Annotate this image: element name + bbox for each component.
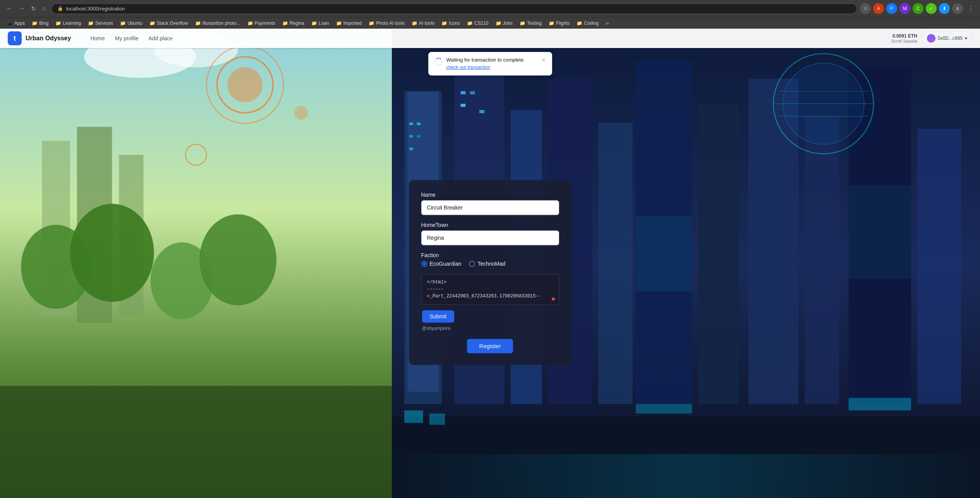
bookmark-apps[interactable]: 📱 Apps	[4, 20, 28, 27]
toast-close-button[interactable]: ×	[542, 57, 545, 63]
faction-ecoguardian-radio[interactable]	[421, 261, 427, 267]
cs110-icon: 📁	[467, 21, 473, 26]
bookmark-jobs-label: Jobs	[503, 21, 513, 26]
bookmark-ai-tools-label: AI tools	[419, 21, 434, 26]
faction-ecoguardian-option[interactable]: EcoGuardian	[421, 261, 462, 267]
svg-rect-24	[699, 104, 739, 404]
page-content: t Urban Odyssey Home My profile Add plac…	[0, 29, 980, 498]
bookmark-ai-tools[interactable]: 📁 AI tools	[408, 20, 438, 27]
bookmark-coding-label: Coding	[584, 21, 599, 26]
extension-icon-6[interactable]: ⬇	[939, 3, 950, 14]
bookmark-bing[interactable]: 📁 Bing	[29, 20, 51, 27]
hometown-input[interactable]	[421, 230, 559, 245]
menu-button[interactable]: ⋮	[965, 3, 976, 14]
address-bar[interactable]: 🔒 localhost:3000/registration	[51, 3, 857, 14]
bookmark-illustartion[interactable]: 📁 Illustartion photo...	[192, 20, 244, 27]
bookmark-ubuntu[interactable]: 📁 Ubuntu	[117, 20, 146, 27]
code-status-dot	[552, 297, 555, 301]
svg-rect-39	[849, 185, 911, 279]
forward-button[interactable]: →	[16, 3, 27, 14]
back-button[interactable]: ←	[4, 3, 15, 14]
bookmark-stackoverflow-label: Stack Overflow	[157, 21, 188, 26]
nav-home[interactable]: Home	[86, 33, 108, 44]
bookmark-regina-label: Regina	[290, 21, 304, 26]
star-icon[interactable]: ☆	[860, 3, 871, 14]
bookmark-payments-label: Payments	[255, 21, 275, 26]
bookmark-services[interactable]: 📁 Services	[85, 20, 116, 27]
stackoverflow-icon: 📁	[149, 21, 155, 26]
faction-technomad-label: TechnoMad	[477, 261, 505, 267]
bookmark-regina[interactable]: 📁 Regina	[279, 20, 307, 27]
submit-button[interactable]: Submit	[422, 310, 455, 323]
bookmark-imported[interactable]: 📁 Imported	[333, 20, 365, 27]
svg-rect-38	[636, 216, 692, 292]
bookmark-loan[interactable]: 📁 Loan	[308, 20, 332, 27]
bookmark-icons[interactable]: 📁 Icons	[438, 20, 463, 27]
bookmarks-bar: 📱 Apps 📁 Bing 📁 Learning 📁 Services 📁 Ub…	[0, 17, 980, 29]
nav-my-profile[interactable]: My profile	[111, 33, 142, 44]
wallet-address: 0x0D...c995	[938, 36, 963, 41]
eth-network: Scroll Sepolia	[891, 39, 917, 43]
extension-icon-1[interactable]: A	[873, 3, 884, 14]
browser-actions: ☆ A P M C ✓ ⬇ ≡ ⋮	[860, 3, 976, 14]
bookmark-cs110[interactable]: 📁 CS110	[464, 20, 492, 27]
home-button[interactable]: ⌂	[40, 3, 48, 14]
bookmark-jobs[interactable]: 📁 Jobs	[493, 20, 516, 27]
faction-technomad-option[interactable]: TechnoMad	[469, 261, 505, 267]
bookmark-services-label: Services	[95, 21, 113, 26]
ai-tools-icon: 📁	[412, 21, 417, 26]
code-content: </html> ------ =_Part_22442003_672343263…	[427, 279, 553, 300]
bookmark-stackoverflow[interactable]: 📁 Stack Overflow	[146, 20, 191, 27]
bookmark-payments[interactable]: 📁 Payments	[244, 20, 278, 27]
extension-icon-4[interactable]: C	[913, 3, 923, 14]
toast-title: Waiting for transaction to complete.	[446, 57, 538, 63]
extension-icon-3[interactable]: M	[899, 3, 910, 14]
toast-link[interactable]: check out transaction	[446, 65, 490, 70]
bookmark-flights[interactable]: 📁 Flights	[546, 20, 573, 27]
jobs-icon: 📁	[496, 21, 501, 26]
nav-add-place[interactable]: Add place	[144, 33, 176, 44]
background-left	[0, 29, 392, 498]
nav-buttons: ← → ↻ ⌂	[4, 3, 48, 14]
app-header: t Urban Odyssey Home My profile Add plac…	[0, 29, 980, 48]
app-name: Urban Odyssey	[26, 35, 71, 42]
svg-point-9	[199, 214, 276, 305]
wallet-chevron-icon: ▾	[965, 36, 967, 41]
name-input[interactable]	[421, 200, 559, 215]
faction-label: Faction	[421, 252, 559, 258]
eth-info: 0.0091 ETH Scroll Sepolia	[891, 33, 917, 43]
faction-ecoguardian-label: EcoGuardian	[430, 261, 462, 267]
bookmark-testing[interactable]: 📁 Testing	[517, 20, 545, 27]
faction-options: EcoGuardian TechnoMad	[421, 261, 559, 267]
name-field-group: Name	[421, 192, 559, 215]
bookmark-testing-label: Testing	[527, 21, 542, 26]
bookmark-photo-ai-label: Photo AI tools	[376, 21, 405, 26]
extension-icon-7[interactable]: ≡	[952, 3, 963, 14]
payments-icon: 📁	[247, 21, 253, 26]
bookmark-more[interactable]: ››	[602, 20, 612, 27]
faction-group: Faction EcoGuardian TechnoMad	[421, 252, 559, 267]
svg-rect-49	[849, 398, 911, 410]
hometown-label: HomeTown	[421, 222, 559, 228]
wallet-button[interactable]: 0x0D...c995 ▾	[922, 31, 972, 45]
extension-icon-5[interactable]: ✓	[926, 3, 937, 14]
browser-toolbar: ← → ↻ ⌂ 🔒 localhost:3000/registration ☆ …	[0, 0, 980, 17]
submit-area: Submit @shyampkira	[421, 310, 559, 333]
bookmark-learning[interactable]: 📁 Learning	[52, 20, 84, 27]
extension-icon-2[interactable]: P	[886, 3, 897, 14]
bookmark-coding[interactable]: 📁 Coding	[573, 20, 602, 27]
toast-content: Waiting for transaction to complete. che…	[446, 57, 538, 70]
svg-rect-50	[392, 454, 980, 498]
svg-rect-33	[409, 148, 413, 150]
faction-technomad-radio[interactable]	[469, 261, 475, 267]
logo-icon: t	[8, 31, 22, 45]
svg-rect-26	[805, 116, 839, 404]
icons-icon: 📁	[441, 21, 447, 26]
bookmark-cs110-label: CS110	[474, 21, 489, 26]
loading-spinner	[435, 58, 443, 65]
refresh-button[interactable]: ↻	[29, 3, 38, 14]
imported-icon: 📁	[336, 21, 342, 26]
register-button[interactable]: Register	[467, 339, 513, 353]
svg-point-7	[70, 204, 154, 302]
bookmark-photo-ai[interactable]: 📁 Photo AI tools	[366, 20, 408, 27]
